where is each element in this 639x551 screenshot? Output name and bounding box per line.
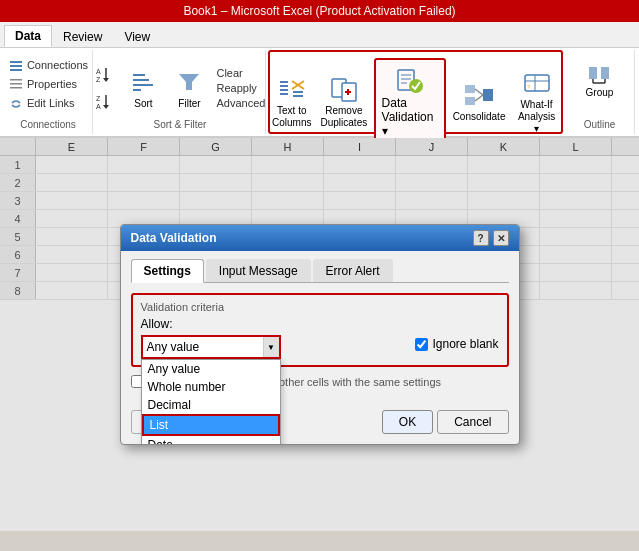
svg-rect-4 — [10, 83, 22, 85]
svg-rect-21 — [280, 89, 288, 91]
svg-rect-2 — [10, 69, 22, 71]
allow-column: Allow: Any value ▼ Any value W — [141, 317, 406, 359]
text-to-columns-button[interactable]: Text toColumns — [269, 70, 314, 132]
edit-links-button[interactable]: Edit Links — [6, 94, 77, 112]
svg-rect-25 — [293, 91, 303, 93]
filter-button-label: Filter — [178, 98, 200, 109]
data-validation-button[interactable]: DataValidation ▾ — [374, 58, 447, 144]
select-arrow[interactable]: ▼ — [263, 337, 279, 357]
dialog-help-button[interactable]: ? — [473, 230, 489, 246]
sort-icon — [127, 66, 159, 98]
ribbon-group-connections: Connections Properties Edit Links Connec… — [4, 50, 93, 134]
svg-rect-0 — [10, 61, 22, 63]
tab-review[interactable]: Review — [52, 25, 113, 47]
allow-select-container[interactable]: Any value ▼ — [141, 335, 281, 359]
dropdown-item-any-value[interactable]: Any value — [142, 360, 280, 378]
properties-icon — [8, 76, 24, 92]
svg-rect-19 — [280, 81, 288, 83]
what-if-label: What-IfAnalysis ▾ — [516, 99, 558, 135]
outline-content: Group — [581, 52, 617, 119]
ribbon-group-sort-filter: A Z Z A — [95, 50, 266, 134]
ok-button[interactable]: OK — [382, 410, 433, 434]
data-validation-label: DataValidation ▾ — [382, 96, 439, 138]
data-tools-content: Text toColumns RemoveDuplicates — [269, 54, 561, 144]
sort-az-group: A Z Z A — [92, 61, 118, 114]
svg-marker-18 — [179, 74, 199, 90]
dropdown-item-list[interactable]: List — [142, 414, 280, 436]
clear-button[interactable]: Clear — [214, 66, 267, 80]
ignore-blank-checkbox[interactable] — [415, 338, 428, 351]
connections-group-label: Connections — [20, 119, 76, 132]
validation-criteria-section: Validation criteria Allow: Any value ▼ — [131, 293, 509, 367]
ribbon: Connections Properties Edit Links Connec… — [0, 48, 639, 138]
allow-dropdown-wrapper: Any value ▼ Any value Whole number Decim… — [141, 335, 281, 359]
svg-text:A: A — [96, 68, 101, 75]
svg-rect-26 — [293, 95, 303, 97]
outline-group-label: Outline — [584, 119, 616, 132]
connections-buttons: Connections Properties Edit Links — [6, 52, 90, 119]
svg-text:A: A — [96, 103, 101, 110]
svg-marker-9 — [103, 78, 109, 82]
tab-view[interactable]: View — [113, 25, 161, 47]
group-button[interactable]: Group — [581, 56, 617, 102]
sort-button[interactable]: Sort — [122, 63, 164, 112]
dialog-title: Data Validation — [131, 231, 217, 245]
advanced-button[interactable]: Advanced — [214, 96, 267, 110]
svg-rect-38 — [483, 89, 493, 101]
what-if-icon: ? — [521, 67, 553, 99]
allow-row: Allow: Any value ▼ Any value W — [141, 317, 499, 359]
allow-select-value: Any value — [143, 338, 263, 356]
connections-button[interactable]: Connections — [6, 56, 90, 74]
remove-duplicates-label: RemoveDuplicates — [321, 105, 368, 129]
section-label: Validation criteria — [141, 301, 499, 313]
svg-text:Z: Z — [96, 76, 101, 83]
reapply-button[interactable]: Reapply — [214, 81, 267, 95]
sort-filter-group-label: Sort & Filter — [154, 119, 207, 132]
dialog-overlay: Data Validation ? ✕ Settings Input Messa… — [0, 138, 639, 531]
svg-rect-20 — [280, 85, 288, 87]
sort-za-icon: Z A — [95, 91, 115, 111]
what-if-button[interactable]: ? What-IfAnalysis ▾ — [512, 64, 562, 138]
sort-az-button[interactable]: A Z — [92, 61, 118, 87]
consolidate-label: Consolidate — [453, 111, 506, 123]
dialog-tabs: Settings Input Message Error Alert — [131, 259, 509, 283]
svg-line-40 — [475, 95, 483, 101]
title-text: Book1 – Microsoft Excel (Product Activat… — [183, 4, 455, 18]
connections-icon — [8, 57, 24, 73]
svg-rect-1 — [10, 65, 22, 67]
svg-rect-3 — [10, 79, 22, 81]
svg-rect-45 — [589, 67, 597, 79]
filter-button[interactable]: Filter — [168, 63, 210, 112]
dropdown-item-date[interactable]: Date — [142, 436, 280, 445]
ribbon-tabs: Data Review View — [0, 22, 639, 48]
title-bar: Book1 – Microsoft Excel (Product Activat… — [0, 0, 639, 22]
svg-rect-36 — [465, 85, 475, 93]
properties-button[interactable]: Properties — [6, 75, 79, 93]
tab-data[interactable]: Data — [4, 25, 52, 47]
ignore-blank-label: Ignore blank — [432, 337, 498, 351]
svg-rect-37 — [465, 97, 475, 105]
sort-az-icon: A Z — [95, 64, 115, 84]
svg-rect-5 — [10, 87, 22, 89]
sort-za-button[interactable]: Z A — [92, 88, 118, 114]
consolidate-button[interactable]: Consolidate — [450, 76, 507, 126]
ribbon-group-data-tools: Text toColumns RemoveDuplicates — [268, 50, 563, 134]
remove-duplicates-button[interactable]: RemoveDuplicates — [318, 70, 369, 132]
tab-error-alert[interactable]: Error Alert — [313, 259, 393, 282]
data-validation-icon — [394, 64, 426, 96]
dropdown-item-decimal[interactable]: Decimal — [142, 396, 280, 414]
tab-input-message[interactable]: Input Message — [206, 259, 311, 282]
edit-links-icon — [8, 95, 24, 111]
svg-text:Z: Z — [96, 95, 101, 102]
tab-settings[interactable]: Settings — [131, 259, 204, 283]
svg-rect-46 — [601, 67, 609, 79]
spreadsheet: E F G H I J K L 1 2 3 4 5 6 7 8 Data Val… — [0, 138, 639, 531]
filter-options: Clear Reapply Advanced — [214, 66, 267, 110]
group-label: Group — [586, 87, 614, 99]
dialog-close-button[interactable]: ✕ — [493, 230, 509, 246]
allow-label: Allow: — [141, 317, 406, 331]
cancel-button[interactable]: Cancel — [437, 410, 508, 434]
consolidate-icon — [463, 79, 495, 111]
dropdown-item-whole-number[interactable]: Whole number — [142, 378, 280, 396]
dialog-controls: ? ✕ — [473, 230, 509, 246]
